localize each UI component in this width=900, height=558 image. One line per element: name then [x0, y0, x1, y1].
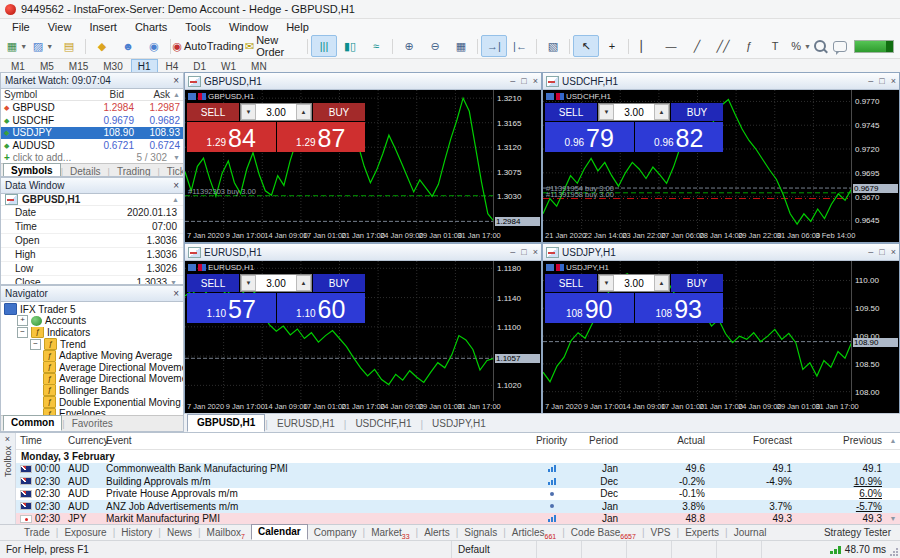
- minimize-icon[interactable]: –: [868, 76, 873, 86]
- close-icon[interactable]: ×: [891, 247, 896, 257]
- buy-price-button[interactable]: 10893: [635, 293, 724, 323]
- maximize-icon[interactable]: □: [521, 76, 526, 86]
- buy-button[interactable]: BUY: [671, 103, 723, 121]
- trendline-tool-button[interactable]: ╱: [684, 35, 710, 57]
- buy-price-button[interactable]: 0.9682: [635, 122, 724, 152]
- indicators-window-button[interactable]: ▧: [540, 35, 566, 57]
- sell-button[interactable]: SELL: [187, 274, 239, 292]
- volume-up-icon[interactable]: ▲: [296, 104, 311, 120]
- channel-tool-button[interactable]: ╱╱: [710, 35, 736, 57]
- volume-stepper[interactable]: ▼3.00▲: [240, 103, 312, 121]
- chart-window-titlebar[interactable]: USDCHF,H1–□×: [543, 73, 899, 90]
- scroll-up-icon[interactable]: ▲: [173, 91, 180, 98]
- volume-up-icon[interactable]: ▲: [296, 275, 311, 291]
- navigator-item[interactable]: +Accounts: [1, 315, 183, 327]
- volume-down-icon[interactable]: ▼: [241, 104, 256, 120]
- column-header-actual[interactable]: Actual: [618, 435, 705, 446]
- navigator-item[interactable]: ƒEnvelopes: [1, 408, 183, 415]
- vertical-line-tool-button[interactable]: ▏: [632, 35, 658, 57]
- column-header-priority[interactable]: Priority: [529, 435, 574, 446]
- deposit-button[interactable]: ◆: [89, 35, 115, 57]
- toolbox-tab-history[interactable]: History: [115, 526, 158, 540]
- toolbox-toggle-button[interactable]: ▤: [56, 35, 82, 57]
- resize-grip[interactable]: [890, 548, 898, 556]
- sell-button[interactable]: SELL: [545, 274, 597, 292]
- bar-chart-mode-button[interactable]: |||: [311, 35, 337, 57]
- column-header-bid[interactable]: Bid: [72, 89, 124, 100]
- column-header-time[interactable]: Time: [16, 435, 68, 446]
- toolbox-tab-code-base[interactable]: Code Base6657: [565, 526, 642, 540]
- text-tool-button[interactable]: T: [762, 35, 788, 57]
- buy-button[interactable]: BUY: [313, 274, 365, 292]
- zoom-in-button[interactable]: ⊕: [396, 35, 422, 57]
- toolbox-tab-vps[interactable]: VPS: [645, 526, 677, 540]
- buy-price-button[interactable]: 1.1060: [277, 293, 366, 323]
- tile-windows-button[interactable]: ▦: [448, 35, 474, 57]
- volume-stepper[interactable]: ▼3.00▲: [240, 274, 312, 292]
- chart-tab-usdjpy-h1[interactable]: USDJPY,H1: [423, 416, 495, 432]
- event-previous[interactable]: 10.9%: [792, 476, 886, 487]
- market-watch-row[interactable]: ◆USDJPY108.90108.93: [1, 127, 183, 140]
- chart-tab-gbpusd-h1[interactable]: GBPUSD,H1: [187, 414, 265, 432]
- volume-down-icon[interactable]: ▼: [241, 275, 256, 291]
- scroll-down-icon[interactable]: ▼: [173, 154, 180, 161]
- chart-tab-usdchf-h1[interactable]: USDCHF,H1: [346, 416, 420, 432]
- toolbox-tab-calendar[interactable]: Calendar: [251, 524, 308, 540]
- navigator-item[interactable]: ƒAdaptive Moving Average: [1, 350, 183, 362]
- navigator-item[interactable]: ƒAverage Directional Movement: [1, 361, 183, 373]
- status-profile[interactable]: Default: [452, 541, 537, 558]
- close-icon[interactable]: ×: [891, 76, 896, 86]
- volume-down-icon[interactable]: ▼: [599, 104, 614, 120]
- navigator-item[interactable]: ƒDouble Exponential Moving Av: [1, 396, 183, 408]
- toolbox-tab-alerts[interactable]: Alerts: [418, 526, 456, 540]
- chart-canvas[interactable]: USDJPY,H17 Jan 20209 Jan 17:0014 Jan 09:…: [543, 261, 899, 413]
- column-header-forecast[interactable]: Forecast: [705, 435, 792, 446]
- chart-shift-button[interactable]: |←: [507, 35, 533, 57]
- cursor-tool-button[interactable]: ↖: [573, 35, 599, 57]
- chart-window-titlebar[interactable]: GBPUSD,H1–□×: [185, 73, 541, 90]
- sell-price-button[interactable]: 0.9679: [545, 122, 634, 152]
- column-header-currency[interactable]: Currency: [68, 435, 106, 446]
- chart-canvas[interactable]: USDCHF,H1#11391954 buy 3.00#11391958 buy…: [543, 90, 899, 242]
- toolbox-tab-market[interactable]: Market33: [365, 526, 415, 540]
- tab-trading[interactable]: Trading: [110, 165, 158, 177]
- scroll-up-icon[interactable]: ▲: [886, 437, 900, 444]
- maximize-icon[interactable]: □: [879, 76, 884, 86]
- menu-item-tools[interactable]: Tools: [176, 21, 220, 33]
- chat-icon[interactable]: [833, 41, 847, 52]
- volume-up-icon[interactable]: ▲: [654, 104, 669, 120]
- new-chart-button[interactable]: ▦▼: [4, 35, 30, 57]
- autotrading-button[interactable]: ◉AutoTrading: [174, 35, 242, 57]
- zoom-out-button[interactable]: ⊖: [422, 35, 448, 57]
- arrows-tool-button[interactable]: %▼: [788, 35, 814, 57]
- close-icon[interactable]: ×: [173, 76, 179, 86]
- volume-down-icon[interactable]: ▼: [599, 275, 614, 291]
- calendar-row[interactable]: 02:30AUDPrivate House Approvals m/mDec-0…: [16, 488, 900, 501]
- menu-item-view[interactable]: View: [39, 21, 81, 33]
- toolbox-tab-news[interactable]: News: [161, 526, 198, 540]
- toolbox-tab-trade[interactable]: Trade: [18, 526, 56, 540]
- navigator-item[interactable]: IFX Trader 5: [1, 303, 183, 315]
- toolbox-tab-journal[interactable]: Journal: [728, 526, 773, 540]
- buy-button[interactable]: BUY: [671, 274, 723, 292]
- column-header-previous[interactable]: Previous: [792, 435, 886, 446]
- volume-stepper[interactable]: ▼3.00▲: [598, 103, 670, 121]
- chart-canvas[interactable]: EURUSD,H17 Jan 20209 Jan 17:0014 Jan 09:…: [185, 261, 541, 413]
- search-icon[interactable]: [814, 40, 826, 52]
- volume-up-icon[interactable]: ▲: [654, 275, 669, 291]
- close-icon[interactable]: ×: [533, 76, 538, 86]
- toolbox-tab-company[interactable]: Company: [308, 526, 363, 540]
- tab-favorites[interactable]: Favorites: [65, 417, 120, 431]
- toolbox-tab-mailbox[interactable]: Mailbox7: [201, 526, 251, 540]
- chart-window-titlebar[interactable]: USDJPY,H1–□×: [543, 244, 899, 261]
- buy-price-button[interactable]: 1.2987: [277, 122, 366, 152]
- scroll-up-icon[interactable]: ▲: [172, 196, 179, 203]
- column-header-ask[interactable]: Ask: [124, 89, 170, 100]
- scroll-down-icon[interactable]: ▼: [886, 515, 900, 522]
- column-header-period[interactable]: Period: [574, 435, 618, 446]
- sell-price-button[interactable]: 1.1057: [187, 293, 276, 323]
- toolbox-tab-experts[interactable]: Experts: [679, 526, 725, 540]
- expand-icon[interactable]: +: [17, 315, 28, 326]
- navigator-item[interactable]: ƒBollinger Bands: [1, 385, 183, 397]
- calendar-row[interactable]: 02:30AUDBuilding Approvals m/mDec-0.2%-4…: [16, 475, 900, 488]
